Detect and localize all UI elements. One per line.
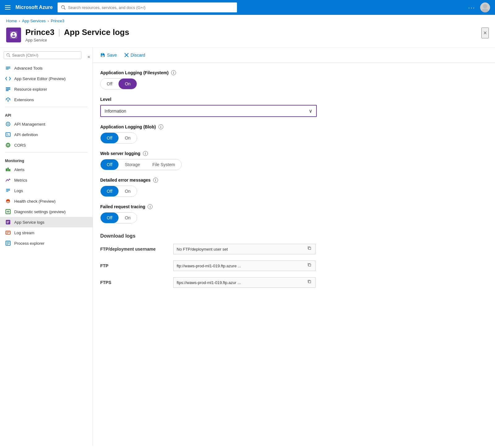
form-area: Application Logging (Filesystem) i Off O… <box>93 63 495 301</box>
top-navigation: Microsoft Azure ··· <box>0 0 495 15</box>
failed-request-tracing-toggle[interactable]: Off On <box>100 212 137 223</box>
ftp-url-copy-button[interactable] <box>307 263 312 269</box>
ftps-url-copy-button[interactable] <box>307 279 312 286</box>
log-stream-icon <box>5 230 11 236</box>
sidebar-search-input[interactable] <box>12 53 79 58</box>
page-header: Prince3 | App Service logs App Service × <box>0 25 495 47</box>
save-button[interactable]: Save <box>100 51 117 59</box>
diagnostic-icon <box>5 209 11 215</box>
app-service-logs-icon <box>5 219 11 225</box>
breadcrumb-home[interactable]: Home <box>6 19 17 23</box>
api-divider <box>5 107 88 107</box>
web-server-logging-storage[interactable]: Storage <box>118 159 146 170</box>
ftp-url-label: FTP <box>100 263 168 268</box>
app-logging-filesystem-toggle[interactable]: Off On <box>100 78 137 89</box>
sidebar-search[interactable] <box>4 51 81 59</box>
failed-request-tracing-off[interactable]: Off <box>101 213 118 223</box>
breadcrumb-app-services[interactable]: App Services <box>22 19 46 23</box>
app-logging-blob-label: Application Logging (Blob) i <box>100 124 488 129</box>
app-logging-blob-off[interactable]: Off <box>101 133 118 143</box>
user-avatar[interactable] <box>480 2 490 12</box>
sidebar-item-metrics[interactable]: Metrics <box>0 175 93 185</box>
svg-rect-9 <box>6 168 7 171</box>
app-service-editor-icon <box>5 75 11 82</box>
app-logging-filesystem-section: Application Logging (Filesystem) i Off O… <box>100 70 488 89</box>
ftps-url-label: FTPS <box>100 280 168 285</box>
sidebar-item-logs[interactable]: Logs <box>0 185 93 196</box>
extensions-icon <box>5 97 11 103</box>
content-area: Save Discard Application Logging (Filesy… <box>93 48 495 446</box>
brand-name: Microsoft Azure <box>15 5 53 10</box>
level-section: Level Information ∨ <box>100 97 488 117</box>
hamburger-menu[interactable] <box>5 5 11 10</box>
resource-explorer-icon <box>5 86 11 92</box>
sidebar-item-api-definition[interactable]: API definition <box>0 129 93 140</box>
app-logging-filesystem-info[interactable]: i <box>171 70 176 75</box>
save-icon <box>100 53 105 58</box>
sidebar-item-advanced-tools[interactable]: Advanced Tools <box>0 63 93 73</box>
process-explorer-icon <box>5 240 11 246</box>
app-logging-filesystem-on[interactable]: On <box>118 79 137 89</box>
sidebar-item-alerts[interactable]: Alerts <box>0 164 93 175</box>
global-search-input[interactable] <box>68 5 234 10</box>
ftp-url-value: ftp://waws-prod-ml1-019.ftp.azure ... <box>177 264 241 268</box>
sidebar-search-icon <box>6 53 10 57</box>
sidebar-item-resource-explorer[interactable]: Resource explorer <box>0 84 93 94</box>
detailed-error-messages-toggle[interactable]: Off On <box>100 186 137 197</box>
detailed-error-messages-on[interactable]: On <box>118 186 137 196</box>
ftp-url-field: ftp://waws-prod-ml1-019.ftp.azure ... <box>173 261 316 271</box>
app-service-icon <box>9 31 18 39</box>
sidebar-item-process-explorer[interactable]: Process explorer <box>0 238 93 248</box>
alerts-icon <box>5 166 11 173</box>
web-server-logging-toggle[interactable]: Off Storage File System <box>100 159 182 170</box>
sidebar-item-app-service-logs[interactable]: App Service logs <box>0 217 93 227</box>
detailed-error-messages-off[interactable]: Off <box>101 186 118 196</box>
svg-rect-7 <box>6 133 10 137</box>
app-logging-blob-on[interactable]: On <box>118 133 137 143</box>
download-logs-section: Download logs FTP/deployment username No… <box>100 233 488 288</box>
close-button[interactable]: × <box>481 28 489 38</box>
sidebar-item-log-stream[interactable]: Log stream <box>0 227 93 238</box>
app-logging-blob-section: Application Logging (Blob) i Off On <box>100 124 488 144</box>
sidebar-item-health-check[interactable]: Health check (Preview) <box>0 196 93 206</box>
failed-request-tracing-label: Failed request tracing i <box>100 204 488 209</box>
metrics-icon <box>5 177 11 183</box>
ftp-username-copy-button[interactable] <box>307 246 312 252</box>
discard-button[interactable]: Discard <box>124 51 145 59</box>
logs-icon <box>5 187 11 194</box>
app-logging-blob-toggle[interactable]: Off On <box>100 132 137 144</box>
advanced-tools-icon <box>5 65 11 71</box>
sidebar-item-app-service-editor[interactable]: App Service Editor (Preview) <box>0 73 93 84</box>
api-section-label: API <box>0 109 93 119</box>
sidebar-item-api-management[interactable]: API Management <box>0 119 93 129</box>
more-options-button[interactable]: ··· <box>468 4 475 11</box>
ftps-url-field: ftps://waws-prod-ml1-019.ftp.azur ... <box>173 277 316 288</box>
discard-icon <box>124 53 129 57</box>
toolbar: Save Discard <box>93 48 495 63</box>
failed-request-tracing-on[interactable]: On <box>118 213 137 223</box>
level-dropdown[interactable]: Information ∨ <box>100 105 317 117</box>
app-logging-filesystem-label: Application Logging (Filesystem) i <box>100 70 488 75</box>
breadcrumb-prince3[interactable]: Prince3 <box>51 19 64 23</box>
failed-request-tracing-info[interactable]: i <box>148 204 153 209</box>
web-server-logging-label: Web server logging i <box>100 151 488 156</box>
ftps-url-value: ftps://waws-prod-ml1-019.ftp.azur ... <box>177 280 241 285</box>
svg-rect-5 <box>6 90 9 91</box>
search-icon <box>61 5 65 10</box>
app-logging-blob-info[interactable]: i <box>158 124 163 129</box>
svg-point-0 <box>483 4 487 8</box>
page-title: Prince3 | App Service logs <box>25 28 129 37</box>
monitoring-section-label: Monitoring <box>0 154 93 164</box>
sidebar-item-diagnostic-settings[interactable]: Diagnostic settings (preview) <box>0 206 93 217</box>
sidebar-collapse-button[interactable]: « <box>85 54 93 59</box>
detailed-error-messages-info[interactable]: i <box>153 178 158 183</box>
sidebar-item-cors[interactable]: CORS <box>0 140 93 150</box>
web-server-logging-off[interactable]: Off <box>101 159 118 170</box>
sidebar-item-extensions[interactable]: Extensions <box>0 94 93 105</box>
app-logging-filesystem-off[interactable]: Off <box>101 79 118 89</box>
web-server-logging-filesystem[interactable]: File System <box>146 159 181 170</box>
health-check-icon <box>5 198 11 204</box>
page-icon <box>6 28 21 42</box>
global-search-bar[interactable] <box>58 2 237 12</box>
web-server-logging-info[interactable]: i <box>143 151 148 156</box>
